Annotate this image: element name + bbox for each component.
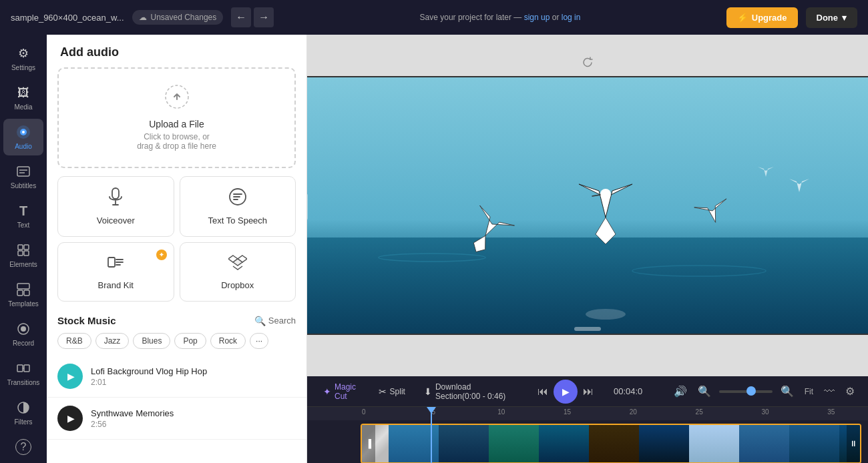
sidebar-item-record[interactable]: Record xyxy=(3,316,43,352)
sidebar-item-templates[interactable]: Templates xyxy=(3,276,43,313)
undo-button[interactable]: ← xyxy=(231,7,251,27)
filename-label: sample_960×400_ocean_w... xyxy=(11,13,124,23)
video-track[interactable]: ▐ ⏸ xyxy=(361,424,861,463)
track-item-1[interactable]: ▶ Synthwave Memories 2:56 xyxy=(47,398,306,440)
sidebar-item-settings[interactable]: ⚙ Settings xyxy=(3,40,43,77)
sidebar-item-help[interactable]: ? xyxy=(3,434,43,460)
upload-subtitle-1: Click to browse, or xyxy=(69,132,284,141)
zoom-out-icon[interactable]: 🔍 xyxy=(695,382,714,400)
genre-more-button[interactable]: ··· xyxy=(250,333,268,349)
filters-icon xyxy=(15,400,31,416)
left-sidebar: ⚙ Settings 🖼 Media Audio xyxy=(0,35,47,463)
download-section-button[interactable]: ⬇ Download Section(0:00 - 0:46) xyxy=(419,380,521,404)
svg-rect-9 xyxy=(24,251,29,256)
fit-label[interactable]: Fit xyxy=(802,384,816,399)
playhead-triangle xyxy=(427,407,436,414)
sidebar-item-subtitles[interactable]: Subtitles xyxy=(3,158,43,195)
timeline-area: ✦ Magic Cut ✂ Split ⬇ Download Section(0… xyxy=(307,376,868,463)
upgrade-icon: ⚡ xyxy=(737,13,748,23)
magic-cut-button[interactable]: ✦ Magic Cut xyxy=(318,380,365,404)
search-icon: 🔍 xyxy=(254,316,266,326)
sidebar-item-transitions[interactable]: Transitions xyxy=(3,355,43,392)
timeline-right-controls: 🔊 🔍 🔍 Fit 〰 ⚙ xyxy=(671,382,857,400)
sidebar-item-text[interactable]: T Text xyxy=(3,197,43,234)
download-icon: ⬇ xyxy=(424,386,432,397)
brand-kit-card[interactable]: ✦ Brand Kit xyxy=(57,242,174,302)
play-icon: ▶ xyxy=(562,386,570,397)
media-icon: 🖼 xyxy=(15,85,31,101)
genre-chip-rock[interactable]: Rock xyxy=(210,333,246,349)
upload-area[interactable]: Upload a File Click to browse, or drag &… xyxy=(57,67,296,168)
upload-subtitle-2: drag & drop a file here xyxy=(69,141,284,151)
zoom-slider[interactable] xyxy=(719,390,773,393)
track-item-0[interactable]: ▶ Lofi Background Vlog Hip Hop 2:01 xyxy=(47,356,306,398)
sidebar-item-audio[interactable]: Audio xyxy=(3,119,43,155)
skip-forward-button[interactable]: ⏭ xyxy=(583,386,594,398)
login-link[interactable]: log in xyxy=(562,13,581,22)
voiceover-card[interactable]: Voiceover xyxy=(57,176,174,237)
svg-rect-11 xyxy=(17,290,23,296)
split-button[interactable]: ✂ Split xyxy=(373,384,411,400)
svg-point-29 xyxy=(600,189,611,199)
redo-button[interactable]: → xyxy=(254,7,274,27)
dropbox-icon xyxy=(228,254,247,275)
zoom-in-icon[interactable]: 🔍 xyxy=(778,382,797,400)
text-to-speech-card[interactable]: Text To Speech xyxy=(180,176,296,237)
search-button[interactable]: 🔍 Search xyxy=(254,316,296,326)
track-play-1[interactable]: ▶ xyxy=(57,406,83,431)
sidebar-item-filters[interactable]: Filters xyxy=(3,394,43,431)
track-play-0[interactable]: ▶ xyxy=(57,364,83,389)
brand-kit-badge: ✦ xyxy=(156,250,167,260)
refresh-icon xyxy=(581,56,594,72)
track-thumb-ocean9 xyxy=(789,425,839,462)
svg-rect-31 xyxy=(307,193,308,220)
svg-point-30 xyxy=(586,309,626,320)
genre-chip-pop[interactable]: Pop xyxy=(174,333,206,349)
svg-rect-6 xyxy=(18,245,23,250)
track-thumb-ocean3 xyxy=(489,425,539,462)
video-progress-bar xyxy=(574,327,601,331)
timeline-ruler: 0 5 10 15 20 25 30 35 xyxy=(307,407,868,420)
genre-chip-rnb[interactable]: R&B xyxy=(57,333,91,349)
skip-back-button[interactable]: ⏮ xyxy=(537,386,548,398)
track-thumb-ocean4 xyxy=(539,425,589,462)
audio-icon xyxy=(15,124,31,140)
play-button[interactable]: ▶ xyxy=(554,380,578,404)
ruler-mark-25: 25 xyxy=(696,408,703,416)
subtitles-icon xyxy=(15,163,31,179)
waveform-icon[interactable]: 〰 xyxy=(821,383,837,400)
time-display: 00:04:0 xyxy=(602,386,655,396)
track-thumb-ocean8 xyxy=(739,425,789,462)
svg-rect-3 xyxy=(17,167,29,176)
action-cards: Voiceover Text To Speech ✦ xyxy=(57,176,296,302)
track-left-handle[interactable]: ▐ xyxy=(362,425,375,462)
svg-rect-26 xyxy=(307,238,868,335)
ruler-mark-35: 35 xyxy=(827,408,835,416)
ruler-mark-30: 30 xyxy=(761,408,769,416)
genre-filters: R&B Jazz Blues Pop Rock ··· xyxy=(47,333,306,356)
brand-kit-label: Brand Kit xyxy=(98,280,134,290)
track-right-handle[interactable]: ⏸ xyxy=(847,425,860,462)
track-info-0: Lofi Background Vlog Hip Hop 2:01 xyxy=(91,366,296,387)
svg-rect-15 xyxy=(17,365,23,372)
upload-title: Upload a File xyxy=(69,119,284,129)
play-icon-1: ▶ xyxy=(67,413,75,424)
text-speech-icon xyxy=(228,187,247,210)
svg-rect-10 xyxy=(17,284,29,289)
ruler-mark-10: 10 xyxy=(497,408,505,416)
signup-link[interactable]: sign up xyxy=(524,13,550,22)
genre-chip-jazz[interactable]: Jazz xyxy=(95,333,130,349)
sidebar-item-media[interactable]: 🖼 Media xyxy=(3,79,43,116)
nav-buttons: ← → xyxy=(231,7,274,27)
upload-icon xyxy=(69,85,284,113)
volume-icon[interactable]: 🔊 xyxy=(671,382,690,400)
done-button[interactable]: Done ▾ xyxy=(806,7,858,28)
brand-kit-icon xyxy=(107,254,124,275)
track-info-1: Synthwave Memories 2:56 xyxy=(91,408,296,429)
dropbox-card[interactable]: Dropbox xyxy=(180,242,296,302)
playback-controls: ⏮ ▶ ⏭ xyxy=(537,380,594,404)
sidebar-item-elements[interactable]: Elements xyxy=(3,237,43,274)
genre-chip-blues[interactable]: Blues xyxy=(133,333,170,349)
upgrade-button[interactable]: ⚡ Upgrade xyxy=(726,7,798,28)
settings-icon[interactable]: ⚙ xyxy=(843,382,857,400)
